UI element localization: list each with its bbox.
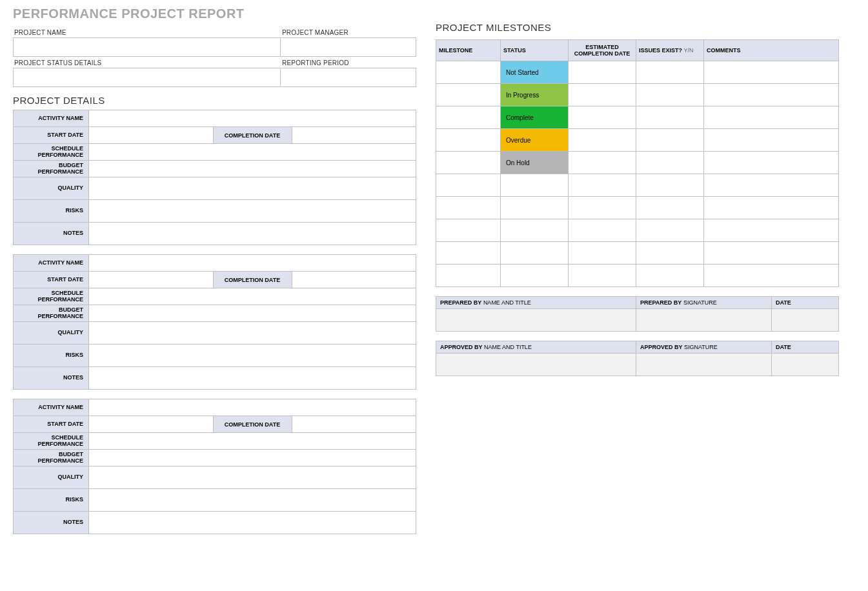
risks-input[interactable]: [89, 345, 416, 367]
prepared-by-table: PREPARED BY NAME AND TITLE PREPARED BY S…: [436, 296, 839, 332]
est-completion-cell[interactable]: [569, 61, 636, 84]
status-cell[interactable]: Overdue: [501, 129, 569, 152]
approved-by-name-input[interactable]: [436, 354, 636, 376]
quality-label: QUALITY: [14, 322, 89, 345]
issues-cell[interactable]: [636, 84, 704, 106]
schedule-performance-label: SCHEDULE PERFORMANCE: [14, 144, 89, 161]
reporting-period-label: REPORTING PERIOD: [281, 57, 416, 68]
completion-date-input[interactable]: [292, 272, 416, 288]
milestone-row: In Progress: [436, 84, 839, 106]
activity-table-1: ACTIVITY NAME START DATE COMPLETION DATE…: [13, 110, 416, 245]
prepared-by-name-input[interactable]: [436, 309, 636, 332]
issues-cell[interactable]: [636, 61, 704, 84]
risks-label: RISKS: [14, 200, 89, 223]
schedule-performance-input[interactable]: [89, 433, 416, 450]
prepared-by-signature-header: PREPARED BY SIGNATURE: [636, 297, 772, 309]
milestone-cell[interactable]: [436, 84, 501, 106]
start-date-input[interactable]: [89, 272, 214, 288]
status-cell[interactable]: Complete: [501, 106, 569, 129]
status-details-label: PROJECT STATUS DETAILS: [13, 57, 281, 68]
status-cell[interactable]: Not Started: [501, 61, 569, 84]
status-cell[interactable]: In Progress: [501, 84, 569, 106]
risks-input[interactable]: [89, 200, 416, 223]
quality-input[interactable]: [89, 466, 416, 489]
completion-date-input[interactable]: [292, 127, 416, 144]
quality-label: QUALITY: [14, 177, 89, 200]
budget-performance-label: BUDGET PERFORMANCE: [14, 305, 89, 322]
project-name-input[interactable]: [13, 37, 281, 57]
milestone-cell[interactable]: [436, 61, 501, 84]
start-date-label: START DATE: [14, 272, 89, 288]
project-milestones-heading: PROJECT MILESTONES: [436, 22, 839, 33]
issues-cell[interactable]: [636, 129, 704, 152]
comments-cell[interactable]: [704, 106, 839, 129]
status-details-input[interactable]: [13, 68, 281, 87]
milestone-row: [436, 265, 839, 287]
quality-input[interactable]: [89, 177, 416, 200]
comments-cell[interactable]: [704, 129, 839, 152]
start-date-label: START DATE: [14, 127, 89, 144]
project-details-heading: PROJECT DETAILS: [13, 95, 416, 106]
activity-name-input[interactable]: [89, 399, 416, 416]
approved-by-signature-header: APPROVED BY SIGNATURE: [636, 341, 772, 354]
budget-performance-input[interactable]: [89, 161, 416, 177]
risks-input[interactable]: [89, 489, 416, 512]
comments-cell[interactable]: [704, 152, 839, 174]
issues-cell[interactable]: [636, 152, 704, 174]
budget-performance-label: BUDGET PERFORMANCE: [14, 450, 89, 466]
milestone-cell[interactable]: [436, 129, 501, 152]
budget-performance-input[interactable]: [89, 450, 416, 466]
milestone-cell[interactable]: [436, 106, 501, 129]
risks-label: RISKS: [14, 489, 89, 512]
activity-name-input[interactable]: [89, 110, 416, 127]
start-date-label: START DATE: [14, 416, 89, 433]
milestone-row: [436, 219, 839, 242]
comments-cell[interactable]: [704, 61, 839, 84]
notes-input[interactable]: [89, 223, 416, 245]
prepared-by-signature-input[interactable]: [636, 309, 772, 332]
milestones-table: MILESTONE STATUS ESTIMATED COMPLETION DA…: [436, 39, 839, 287]
approved-by-table: APPROVED BY NAME AND TITLE APPROVED BY S…: [436, 341, 839, 376]
issues-cell[interactable]: [636, 106, 704, 129]
est-completion-cell[interactable]: [569, 84, 636, 106]
project-manager-input[interactable]: [281, 37, 416, 57]
milestone-row: Overdue: [436, 129, 839, 152]
status-cell[interactable]: On Hold: [501, 152, 569, 174]
start-date-input[interactable]: [89, 127, 214, 144]
activity-name-input[interactable]: [89, 255, 416, 272]
start-date-input[interactable]: [89, 416, 214, 433]
est-completion-cell[interactable]: [569, 152, 636, 174]
prepared-by-date-header: DATE: [772, 297, 839, 309]
budget-performance-input[interactable]: [89, 305, 416, 322]
completion-date-label: COMPLETION DATE: [213, 272, 292, 288]
approved-by-signature-input[interactable]: [636, 354, 772, 376]
est-completion-cell[interactable]: [569, 106, 636, 129]
est-completion-cell[interactable]: [569, 129, 636, 152]
notes-input[interactable]: [89, 512, 416, 534]
milestone-header: MILESTONE: [436, 40, 501, 61]
schedule-performance-label: SCHEDULE PERFORMANCE: [14, 433, 89, 450]
quality-input[interactable]: [89, 322, 416, 345]
comments-cell[interactable]: [704, 84, 839, 106]
activity-table-2: ACTIVITY NAME START DATE COMPLETION DATE…: [13, 254, 416, 390]
prepared-by-name-header: PREPARED BY NAME AND TITLE: [436, 297, 636, 309]
prepared-by-date-input[interactable]: [772, 309, 839, 332]
approved-by-date-input[interactable]: [772, 354, 839, 376]
activity-table-3: ACTIVITY NAME START DATE COMPLETION DATE…: [13, 399, 416, 534]
activity-name-label: ACTIVITY NAME: [14, 399, 89, 416]
completion-date-label: COMPLETION DATE: [213, 127, 292, 144]
notes-input[interactable]: [89, 367, 416, 390]
milestone-row: Not Started: [436, 61, 839, 84]
schedule-performance-input[interactable]: [89, 288, 416, 305]
completion-date-input[interactable]: [292, 416, 416, 433]
project-manager-label: PROJECT MANAGER: [281, 26, 416, 37]
est-completion-header: ESTIMATED COMPLETION DATE: [569, 40, 636, 61]
notes-label: NOTES: [14, 512, 89, 534]
milestone-cell[interactable]: [436, 152, 501, 174]
schedule-performance-label: SCHEDULE PERFORMANCE: [14, 288, 89, 305]
reporting-period-input[interactable]: [281, 68, 416, 87]
status-header: STATUS: [501, 40, 569, 61]
comments-header: COMMENTS: [704, 40, 839, 61]
schedule-performance-input[interactable]: [89, 144, 416, 161]
approved-by-name-header: APPROVED BY NAME AND TITLE: [436, 341, 636, 354]
